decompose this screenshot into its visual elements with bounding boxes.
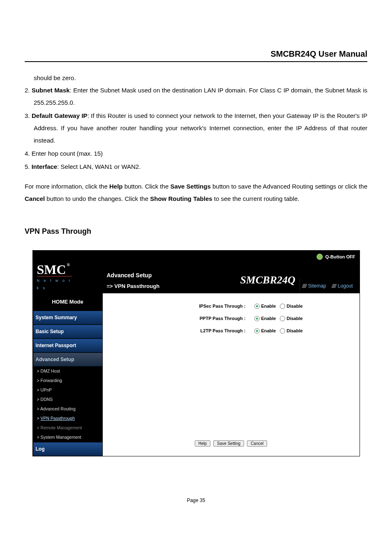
page-icon (331, 284, 337, 288)
logout-link[interactable]: Logout (332, 281, 353, 291)
logo: SMC ® N e t w o r k s (37, 263, 107, 292)
body-text: should be zero. 2. Subnet Mask: Enter th… (25, 72, 367, 456)
radio-ipsec-disable[interactable] (280, 304, 285, 309)
page-icon (302, 284, 307, 288)
page-header: SMCBR24Q User Manual (25, 49, 367, 62)
sidebar-sub-advrouting[interactable]: > Advanced Routing (33, 404, 103, 414)
topbar: Q-Button OFF (33, 251, 360, 263)
page-footer: Page 35 (25, 497, 367, 503)
sidebar-sub-remote[interactable]: > Remote Management (33, 423, 103, 433)
sidebar-item-summary[interactable]: System Summary (33, 311, 103, 325)
save-button[interactable]: Save Setting (213, 440, 244, 447)
radio-l2tp-disable[interactable] (280, 328, 285, 334)
header-links: Sitemap Logout (300, 279, 355, 292)
option-l2tp: L2TP Pass Through : Enable Disable (107, 326, 355, 335)
sidebar-sub-forwarding[interactable]: > Forwarding (33, 376, 103, 385)
list-item: 4. Enter hop count (max. 15) (25, 147, 367, 160)
section-title: VPN Pass Through (25, 224, 367, 239)
list-item: 2. Subnet Mask: Enter the Subnet Mask us… (25, 84, 367, 109)
list-item: 5. Interface: Select LAN, WAN1 or WAN2. (25, 161, 367, 173)
radio-l2tp-enable[interactable] (254, 328, 260, 334)
header-bar: SMC ® N e t w o r k s Advanced Setup => … (33, 263, 360, 293)
sidebar-sub-dmz[interactable]: > DMZ Host (33, 366, 103, 376)
sidebar-item-log[interactable]: Log (33, 442, 103, 456)
sidebar-sub-ddns[interactable]: > DDNS (33, 395, 103, 404)
router-ui-screenshot: Q-Button OFF SMC ® N e t w o r k s Advan… (32, 250, 360, 456)
sidebar: HOME Mode System Summary Basic Setup Int… (33, 293, 103, 456)
sitemap-link[interactable]: Sitemap (302, 281, 326, 291)
cancel-button[interactable]: Cancel (247, 440, 267, 447)
radio-pptp-enable[interactable] (254, 316, 260, 321)
qbutton-icon (316, 253, 323, 260)
help-button[interactable]: Help (195, 440, 211, 447)
qbutton-label: Q-Button OFF (325, 252, 355, 261)
content-panel: IPSec Pass Through : Enable Disable PPTP… (103, 293, 360, 456)
breadcrumb: Advanced Setup => VPN Passthrough (107, 269, 236, 292)
sidebar-item-basic[interactable]: Basic Setup (33, 325, 103, 339)
sidebar-item-passport[interactable]: Internet Passport (33, 339, 103, 352)
numbered-list: 2. Subnet Mask: Enter the Subnet Mask us… (25, 84, 367, 173)
radio-ipsec-enable[interactable] (254, 304, 260, 309)
sidebar-sub-upnp[interactable]: > UPnP (33, 385, 103, 395)
intro-tail: should be zero. (34, 72, 367, 84)
sidebar-item-advanced[interactable]: Advanced Setup (33, 352, 103, 366)
model-name: SMCBR24Q (236, 269, 299, 292)
sidebar-sub-vpn[interactable]: > VPN Passthrough (33, 414, 103, 423)
info-paragraph: For more information, click the Help but… (25, 180, 367, 205)
radio-pptp-disable[interactable] (280, 316, 285, 321)
option-ipsec: IPSec Pass Through : Enable Disable (107, 302, 355, 311)
option-pptp: PPTP Pass Through : Enable Disable (107, 314, 355, 323)
button-row: Help Save Setting Cancel (107, 381, 355, 448)
sidebar-home: HOME Mode (33, 293, 103, 311)
sidebar-sub-sysmgmt[interactable]: > System Management (33, 433, 103, 442)
list-item: 3. Default Gateway IP: If this Router is… (25, 110, 367, 147)
